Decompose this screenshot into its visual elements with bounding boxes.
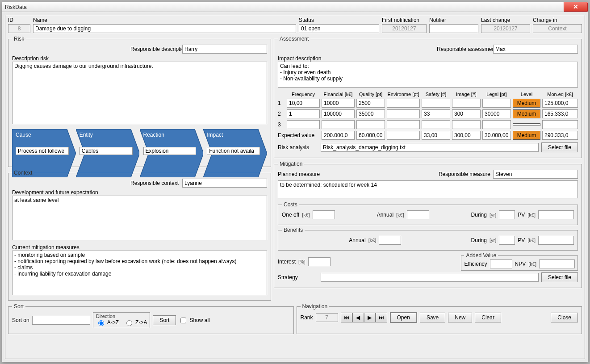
direction-legend: Direction <box>96 314 147 319</box>
mit-resp-field[interactable] <box>493 170 578 179</box>
chev-cause-field[interactable] <box>16 147 69 155</box>
cost-during[interactable] <box>499 210 515 219</box>
ben-pv[interactable] <box>538 236 574 245</box>
context-resp-field[interactable] <box>182 179 267 188</box>
chev-entity-label: Entity <box>80 132 93 138</box>
nav-next-button[interactable]: ▶ <box>364 313 376 322</box>
npv-field[interactable] <box>539 259 575 268</box>
lastchange-field <box>481 24 530 33</box>
chev-impact-field[interactable] <box>207 147 260 155</box>
close-icon[interactable]: ✕ <box>564 2 588 12</box>
ra-field[interactable] <box>321 143 539 152</box>
interest-field[interactable] <box>308 257 331 266</box>
r1-freq[interactable] <box>287 99 320 108</box>
next-icon: ▶ <box>368 314 372 321</box>
risk-desc-field[interactable]: Digging causes damage to our underground… <box>12 62 267 124</box>
nav-last-button[interactable]: ⏭ <box>376 313 387 322</box>
status-field[interactable] <box>299 24 379 33</box>
nav-prev-button[interactable]: ◀ <box>352 313 364 322</box>
eff-field[interactable] <box>490 259 512 268</box>
open-button[interactable]: Open <box>390 312 417 323</box>
context-mit-field[interactable]: - monitoring based on sample - notificat… <box>12 251 267 295</box>
row-n: 2 <box>278 111 285 117</box>
ke-unit: [k€] <box>302 212 310 218</box>
r3-fin[interactable] <box>322 120 355 129</box>
nav-first-button[interactable]: ⏮ <box>341 313 352 322</box>
ben-annual[interactable] <box>379 236 401 245</box>
chev-entity-field[interactable] <box>80 147 133 155</box>
exp-fin[interactable] <box>322 131 355 140</box>
risk-legend: Risk <box>12 36 26 42</box>
showall-checkbox[interactable]: Show all <box>179 316 209 325</box>
r3-mon[interactable] <box>542 120 578 129</box>
risk-desc-label: Description risk <box>12 55 49 62</box>
sorton-field[interactable] <box>32 316 90 325</box>
r1-env[interactable] <box>387 99 420 108</box>
cost-oneoff[interactable] <box>313 210 335 219</box>
r1-saf[interactable] <box>422 99 450 108</box>
save-button[interactable]: Save <box>420 313 445 322</box>
r2-img[interactable] <box>452 109 481 118</box>
clear-button[interactable]: Clear <box>475 313 501 322</box>
r2-env[interactable] <box>387 109 420 118</box>
r1-leg[interactable] <box>482 99 511 108</box>
r3-env[interactable] <box>387 120 420 129</box>
status-label: Status <box>299 17 379 23</box>
addedvalue-legend: Added Value <box>464 252 498 259</box>
r1-img[interactable] <box>452 99 481 108</box>
id-field <box>8 24 30 33</box>
close-button[interactable]: Close <box>551 313 578 322</box>
r1-mon[interactable] <box>542 99 578 108</box>
sort-button[interactable]: Sort <box>153 315 176 325</box>
r2-qual[interactable] <box>356 109 385 118</box>
name-field[interactable] <box>33 24 296 33</box>
client-area: ID Name Status First notification Notifi… <box>5 15 585 359</box>
exp-mon[interactable] <box>542 131 578 140</box>
strategy-selectfile-button[interactable]: Select file <box>541 272 578 282</box>
assess-resp-field[interactable] <box>493 45 578 54</box>
ben-during[interactable] <box>499 236 515 245</box>
sort-group: Sort Sort on Direction A->Z Z->A Sort Sh… <box>8 303 294 334</box>
r3-saf[interactable] <box>422 120 450 129</box>
r3-qual[interactable] <box>356 120 385 129</box>
r2-mon[interactable] <box>542 109 578 118</box>
cost-pv[interactable] <box>538 210 574 219</box>
r1-qual[interactable] <box>356 99 385 108</box>
r3-img[interactable] <box>452 120 481 129</box>
radio-za[interactable]: Z->A <box>124 319 147 326</box>
r2-leg[interactable] <box>482 109 511 118</box>
strategy-field[interactable] <box>321 273 539 282</box>
radio-az[interactable]: A->Z <box>96 319 119 326</box>
exp-img[interactable] <box>452 131 481 140</box>
rank-label: Rank <box>301 314 313 321</box>
sorton-label: Sort on <box>12 317 29 323</box>
chev-reaction: Reaction <box>140 129 204 163</box>
r2-saf[interactable] <box>422 109 450 118</box>
chev-reaction-field[interactable] <box>143 147 197 155</box>
risk-group: Risk Responsible description Description… <box>8 36 271 167</box>
during-label: During <box>471 237 487 243</box>
assess-impact-field[interactable]: Can lead to: - Injury or even death - No… <box>278 62 578 88</box>
exp-env[interactable] <box>387 131 420 140</box>
r2-fin[interactable] <box>322 109 355 118</box>
ra-label: Risk analysis <box>278 144 318 151</box>
context-dev-field[interactable]: at least same level <box>12 196 267 240</box>
chev-cause: Cause <box>12 129 76 163</box>
id-label: ID <box>8 17 30 23</box>
exp-qual[interactable] <box>356 131 385 140</box>
yr-unit: [yr] <box>490 212 496 218</box>
exp-leg[interactable] <box>482 131 511 140</box>
r3-freq[interactable] <box>287 120 320 129</box>
lastchange-label: Last change <box>481 17 530 23</box>
r1-fin[interactable] <box>322 99 355 108</box>
cost-annual[interactable] <box>407 210 429 219</box>
hdr-qual: Quality [pt] <box>356 92 385 97</box>
risk-resp-field[interactable] <box>182 45 267 54</box>
r2-freq[interactable] <box>287 109 320 118</box>
ra-selectfile-button[interactable]: Select file <box>541 142 578 152</box>
plan-field[interactable]: to be determined; scheduled for week 14 <box>278 180 578 198</box>
exp-saf[interactable] <box>422 131 450 140</box>
r3-leg[interactable] <box>482 120 511 129</box>
new-button[interactable]: New <box>448 313 472 322</box>
notifier-field[interactable] <box>429 24 478 33</box>
